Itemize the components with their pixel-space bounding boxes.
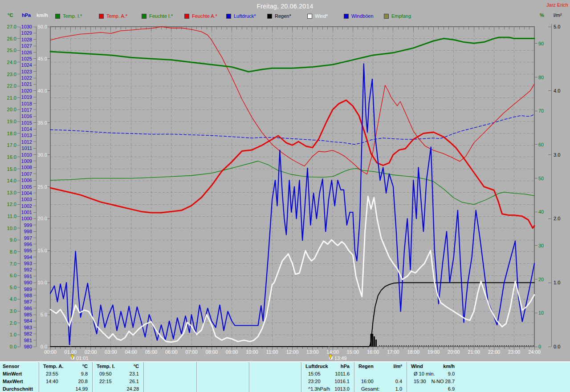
svg-text:27.0: 27.0 — [7, 24, 16, 29]
svg-text:993: 993 — [24, 261, 32, 266]
svg-text:20.0: 20.0 — [38, 216, 47, 221]
svg-text:11.0: 11.0 — [7, 214, 16, 219]
svg-text:16:00: 16:00 — [367, 349, 379, 355]
svg-text:981: 981 — [24, 338, 32, 343]
table-divider — [249, 362, 249, 392]
svg-text:30.0: 30.0 — [38, 152, 47, 158]
svg-text:983: 983 — [24, 325, 32, 330]
series-temp-i — [50, 37, 534, 72]
svg-text:24.0: 24.0 — [7, 60, 16, 65]
svg-text:45.0: 45.0 — [38, 56, 47, 61]
svg-text:40.0: 40.0 — [38, 88, 47, 93]
svg-text:25.0: 25.0 — [38, 184, 47, 190]
svg-text:1019: 1019 — [21, 94, 32, 100]
svg-text:19.0: 19.0 — [7, 119, 16, 124]
svg-text:04:00: 04:00 — [125, 349, 137, 355]
svg-text:995: 995 — [24, 248, 32, 253]
svg-text:80: 80 — [538, 75, 544, 80]
svg-text:0: 0 — [538, 344, 541, 349]
svg-text:2.0: 2.0 — [10, 320, 16, 326]
svg-text:30: 30 — [538, 243, 544, 248]
svg-text:24:00: 24:00 — [528, 349, 541, 355]
svg-text:20.0: 20.0 — [7, 107, 16, 112]
table-row-label: Durchschnitt — [3, 385, 38, 392]
svg-text:984: 984 — [24, 318, 32, 323]
table-divider — [196, 362, 197, 392]
table-divider — [92, 362, 93, 392]
svg-text:10: 10 — [538, 310, 544, 315]
svg-text:0.0: 0.0 — [41, 344, 47, 349]
svg-text:05:00: 05:00 — [145, 349, 158, 355]
table-col-unit: l/m² — [358, 363, 402, 370]
svg-text:08:00: 08:00 — [206, 349, 218, 355]
svg-text:5.0: 5.0 — [41, 312, 47, 317]
svg-text:1025: 1025 — [21, 56, 32, 61]
svg-text:13:49: 13:49 — [334, 356, 347, 361]
table-divider — [39, 362, 39, 392]
svg-text:0.0: 0.0 — [554, 344, 560, 349]
svg-text:1010: 1010 — [21, 152, 32, 158]
svg-text:20:00: 20:00 — [448, 349, 460, 355]
svg-text:02:00: 02:00 — [85, 349, 97, 355]
svg-text:8.0: 8.0 — [10, 249, 16, 255]
svg-text:3.0: 3.0 — [554, 152, 560, 158]
sun-marker-icon — [329, 355, 333, 360]
axis-kmh: 0.05.010.015.020.025.030.035.040.045.050… — [38, 24, 50, 349]
svg-text:998: 998 — [24, 229, 32, 234]
table-cell-value: 1016.1 — [305, 378, 350, 385]
svg-text:17:00: 17:00 — [387, 349, 399, 355]
table-cell-value: 1011.6 — [305, 370, 350, 377]
table-cell-value: 1013.0 — [305, 385, 350, 392]
svg-text:982: 982 — [24, 331, 32, 336]
svg-text:980: 980 — [24, 344, 32, 349]
table-cell-value: 1.0 — [358, 385, 402, 392]
svg-text:1030: 1030 — [21, 24, 32, 29]
svg-text:1005: 1005 — [21, 184, 32, 190]
weather-chart-svg: 0.01.02.03.04.05.06.07.08.09.010.011.012… — [0, 0, 570, 361]
svg-text:25.0: 25.0 — [7, 48, 16, 53]
svg-text:03:00: 03:00 — [105, 349, 117, 355]
svg-text:1001: 1001 — [21, 210, 32, 215]
svg-text:21.0: 21.0 — [7, 95, 16, 101]
svg-text:990: 990 — [24, 280, 32, 285]
svg-text:1018: 1018 — [21, 101, 32, 106]
svg-text:1011: 1011 — [21, 145, 32, 151]
table-cell-value: 20.8 — [43, 378, 88, 385]
svg-text:1020: 1020 — [21, 88, 32, 93]
svg-text:14:00: 14:00 — [326, 349, 339, 355]
svg-text:15.0: 15.0 — [7, 166, 16, 172]
svg-text:10.0: 10.0 — [38, 280, 47, 285]
svg-text:1006: 1006 — [21, 178, 32, 183]
svg-text:19:00: 19:00 — [428, 349, 440, 355]
svg-text:09:00: 09:00 — [226, 349, 238, 355]
table-cell-value: 24.28 — [97, 385, 139, 392]
svg-text:996: 996 — [24, 242, 32, 247]
svg-text:1007: 1007 — [21, 171, 32, 177]
svg-text:989: 989 — [24, 287, 32, 292]
table-cell-value: 26.1 — [97, 378, 139, 385]
table-cell-value: 14.99 — [43, 385, 88, 392]
svg-text:1009: 1009 — [21, 158, 32, 164]
svg-text:1021: 1021 — [21, 81, 32, 87]
svg-text:06:00: 06:00 — [165, 349, 178, 355]
svg-text:7.0: 7.0 — [10, 261, 16, 267]
table-col-unit: °C — [97, 363, 139, 370]
svg-text:26.0: 26.0 — [7, 36, 16, 41]
svg-text:70: 70 — [538, 108, 544, 113]
axis-pct: 0102030405060708090 — [534, 41, 544, 349]
table-row-label: MinWert — [3, 370, 38, 377]
svg-text:1015: 1015 — [21, 120, 32, 125]
svg-text:21:00: 21:00 — [468, 349, 480, 355]
svg-text:1026: 1026 — [21, 50, 32, 55]
table-col-unit: km/h — [411, 363, 455, 370]
svg-text:22:00: 22:00 — [488, 349, 501, 355]
svg-text:23:00: 23:00 — [508, 349, 521, 355]
svg-text:987: 987 — [24, 299, 32, 304]
svg-text:5.0: 5.0 — [554, 24, 560, 29]
svg-text:1024: 1024 — [21, 62, 32, 68]
table-cell-value: 0.4 — [358, 378, 402, 385]
svg-text:12:00: 12:00 — [286, 349, 299, 355]
svg-text:40: 40 — [538, 209, 544, 214]
plot-border — [50, 27, 534, 347]
svg-text:5.0: 5.0 — [10, 285, 16, 290]
